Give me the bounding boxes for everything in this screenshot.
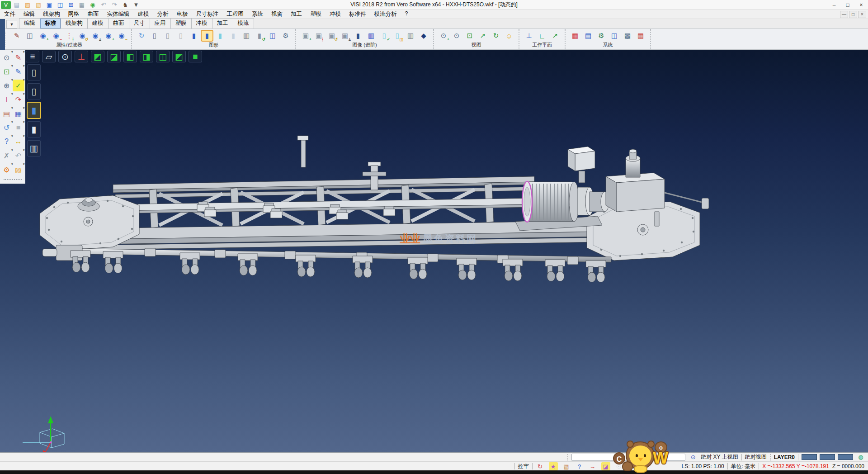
- ribbon-tab[interactable]: 编辑: [19, 18, 40, 28]
- dynamic-hidden-view-icon[interactable]: ▮↺: [254, 30, 265, 41]
- ribbon-tab[interactable]: 曲面: [108, 18, 129, 28]
- zoom-dynamic-icon[interactable]: ⊙+: [438, 30, 449, 41]
- mdi-minimize-button[interactable]: —: [840, 11, 848, 18]
- translucent-view-icon[interactable]: ▮: [214, 30, 226, 41]
- hide-all-icon[interactable]: ◉−: [116, 30, 127, 41]
- menu-item[interactable]: 电极: [173, 10, 192, 19]
- menu-item[interactable]: 模流分析: [370, 10, 401, 19]
- delete-icon[interactable]: ✗: [1, 150, 13, 161]
- menu-item[interactable]: 塑模: [306, 10, 326, 19]
- quickbar-dropdown-icon[interactable]: ▼: [131, 1, 141, 9]
- view-bottom-icon[interactable]: ◪: [107, 51, 121, 62]
- color-swatch[interactable]: [820, 454, 835, 460]
- menu-item[interactable]: 工程图: [223, 10, 248, 19]
- menu-item[interactable]: 尺寸标注: [192, 10, 223, 19]
- print-preview-icon[interactable]: ◉: [88, 1, 98, 9]
- undo-step-icon[interactable]: ↶: [13, 150, 24, 161]
- export-view-icon[interactable]: →: [588, 462, 597, 470]
- save-as-icon[interactable]: ◫: [55, 1, 65, 9]
- layer-attributes-icon[interactable]: ▤: [1, 108, 13, 119]
- lamp-icon[interactable]: ☉: [614, 462, 623, 470]
- ribbon-tab[interactable]: 标准: [40, 18, 61, 28]
- scene-add-icon[interactable]: ▣+: [300, 30, 311, 41]
- menu-item[interactable]: 加工: [287, 10, 306, 19]
- view-face-icon[interactable]: ☺: [503, 30, 515, 41]
- ucs-triad-icon[interactable]: ⊥: [1, 94, 13, 105]
- pan-view-icon[interactable]: ↗: [477, 30, 489, 41]
- confirm-check-icon[interactable]: ✓: [13, 80, 24, 91]
- render-cube-icon[interactable]: ◪: [601, 462, 610, 470]
- edit-attributes-icon[interactable]: ✎: [11, 30, 23, 41]
- shaded-cube-icon[interactable]: ■: [13, 122, 24, 133]
- cad-model[interactable]: [0, 50, 868, 452]
- menu-item[interactable]: 文件: [0, 10, 19, 19]
- hiddenline-view-icon[interactable]: ▯: [162, 30, 174, 41]
- menu-item[interactable]: ?: [401, 10, 412, 19]
- menu-item[interactable]: 线架构: [39, 10, 64, 19]
- workplane-move-icon[interactable]: ↗: [549, 30, 561, 41]
- macro-icon[interactable]: ♞: [120, 1, 130, 9]
- menu-item[interactable]: 编辑: [19, 10, 39, 19]
- save-icon[interactable]: ▣: [44, 1, 54, 9]
- copy-cylinder-icon[interactable]: ▯◫: [392, 30, 403, 41]
- ribbon-tab[interactable]: 建模: [87, 18, 108, 28]
- selection-settings-icon[interactable]: ▩: [622, 30, 633, 41]
- color-table-icon[interactable]: ▤: [582, 30, 594, 41]
- mesh-mode-icon[interactable]: ▥: [27, 140, 41, 156]
- context-help-icon[interactable]: ?: [575, 462, 584, 470]
- save-all-icon[interactable]: ⊞: [66, 1, 76, 9]
- view-right-icon[interactable]: ◨: [140, 51, 153, 62]
- refresh-locked-icon[interactable]: ↻: [536, 462, 545, 470]
- absolute-view-label[interactable]: 绝对视图: [745, 453, 767, 461]
- attributes-preview-icon[interactable]: ◫: [24, 30, 36, 41]
- refresh-visibility-icon[interactable]: ◉↺: [76, 30, 88, 41]
- mdi-close-button[interactable]: ×: [858, 11, 866, 18]
- close-button[interactable]: ×: [854, 0, 868, 9]
- insert-part-icon[interactable]: ▧: [33, 1, 43, 9]
- ribbon-tab[interactable]: 尺寸: [129, 18, 150, 28]
- workplane-align-icon[interactable]: ∟: [536, 30, 548, 41]
- menu-item[interactable]: 建模: [134, 10, 153, 19]
- help-icon[interactable]: ?: [1, 136, 13, 147]
- verified-cylinder-icon[interactable]: ▯✓: [378, 30, 390, 41]
- view-left-icon[interactable]: ◧: [123, 51, 137, 62]
- search-icon[interactable]: ⊙: [689, 453, 698, 461]
- view-front-icon[interactable]: ◫: [156, 51, 170, 62]
- zoom-solid-icon[interactable]: ⊙: [451, 30, 462, 41]
- menu-item[interactable]: 系统: [248, 10, 267, 19]
- menu-item[interactable]: 视窗: [267, 10, 287, 19]
- menu-item[interactable]: 标准件: [345, 10, 370, 19]
- sketch-edit-icon[interactable]: ✎: [13, 52, 24, 63]
- ribbon-tab[interactable]: 塑膜: [170, 18, 192, 28]
- show-entities-icon[interactable]: ◉+: [37, 30, 49, 41]
- window-config-icon[interactable]: ◫: [609, 30, 620, 41]
- zoom-extents-icon[interactable]: ⊙: [58, 51, 72, 62]
- open-folder-icon[interactable]: ▨: [23, 1, 33, 9]
- clip-plane-icon[interactable]: ◆: [418, 30, 429, 41]
- zoom-window-icon[interactable]: ⊡: [464, 30, 476, 41]
- maximize-button[interactable]: □: [841, 0, 854, 9]
- menu-item[interactable]: 曲面: [84, 10, 103, 19]
- curve-modify-icon[interactable]: ↷: [13, 94, 24, 105]
- view-back-icon[interactable]: ◩: [172, 51, 186, 62]
- scene-toggle-icon[interactable]: ▣±: [339, 30, 351, 41]
- scene-filter-icon[interactable]: ▣⋮: [313, 30, 325, 41]
- view-iso-icon[interactable]: ■: [189, 51, 202, 62]
- show-all-icon[interactable]: ◉+: [103, 30, 114, 41]
- magic-wand-icon[interactable]: ★: [549, 462, 558, 470]
- grid-view-icon[interactable]: ▦: [13, 108, 24, 119]
- print-icon[interactable]: ▦: [77, 1, 87, 9]
- zoom-solids-icon[interactable]: ⊕: [1, 80, 13, 91]
- menu-item[interactable]: 网格: [64, 10, 84, 19]
- rotate-view-icon[interactable]: ↻: [490, 30, 502, 41]
- filter-traffic-light-icon[interactable]: ⋮⋮: [63, 30, 75, 41]
- new-file-icon[interactable]: ▤: [12, 1, 22, 9]
- striped-cylinder-icon[interactable]: ▥: [365, 30, 377, 41]
- viewport-menu-icon[interactable]: ≡: [26, 51, 39, 62]
- minimize-button[interactable]: –: [827, 0, 841, 9]
- ribbon-tab[interactable]: 线架构: [61, 18, 88, 28]
- menu-item[interactable]: 冲模: [326, 10, 345, 19]
- toolwheel-icon[interactable]: ⚙: [1, 164, 13, 175]
- system-options-icon[interactable]: ⚙: [595, 30, 607, 41]
- flat-shaded-view-icon[interactable]: ▮: [227, 30, 239, 41]
